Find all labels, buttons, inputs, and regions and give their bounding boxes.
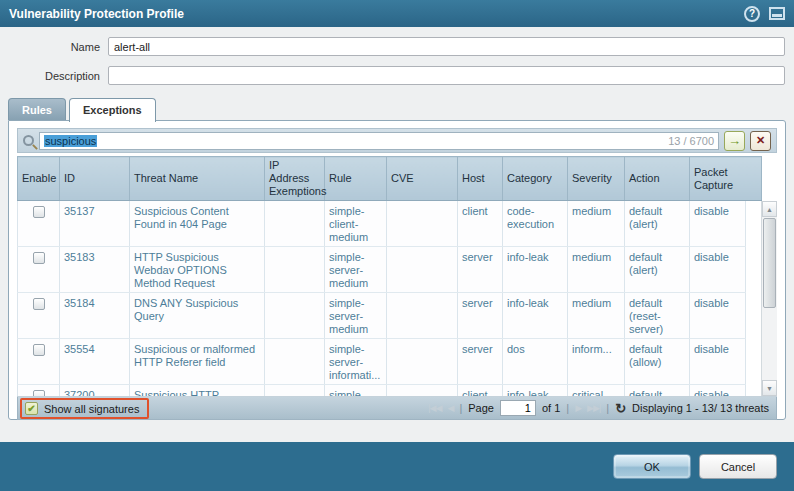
search-clear-button[interactable]: ✕ — [750, 131, 771, 151]
page-input[interactable] — [500, 400, 536, 416]
exceptions-panel: suspicious 13 / 6700 → ✕ Enable ID Threa… — [8, 120, 786, 420]
cell-cve — [387, 247, 458, 293]
show-all-signatures-highlight: ✔ Show all signatures — [20, 398, 149, 419]
cell-rule: simple-server-informati... — [325, 339, 387, 385]
name-label: Name — [0, 41, 108, 53]
table-row: 35184 DNS ANY Suspicious Query simple-se… — [18, 293, 746, 339]
cell-rule: simple-server-medium — [325, 293, 387, 339]
cell-severity: medium — [568, 247, 625, 293]
col-host[interactable]: Host — [458, 157, 503, 201]
cell-id: 35137 — [60, 201, 130, 247]
col-rule[interactable]: Rule — [325, 157, 387, 201]
cell-threat-name[interactable]: Suspicious Content Found in 404 Page — [130, 201, 265, 247]
search-toolbar: suspicious 13 / 6700 → ✕ — [17, 128, 777, 153]
col-action[interactable]: Action — [625, 157, 690, 201]
cell-cve — [387, 201, 458, 247]
window-restore-icon[interactable] — [769, 7, 785, 20]
cell-id: 35183 — [60, 247, 130, 293]
table-row: 35183 HTTP Suspicious Webdav OPTIONS Met… — [18, 247, 746, 293]
cell-action[interactable]: default (allow) — [625, 339, 690, 385]
prev-page-icon[interactable]: ◀ — [447, 403, 453, 413]
cell-packet-capture[interactable]: disable — [690, 385, 746, 398]
search-input[interactable]: suspicious 13 / 6700 — [39, 132, 719, 150]
cell-ip-exemptions — [265, 293, 325, 339]
col-cve[interactable]: CVE — [387, 157, 458, 201]
description-field[interactable] — [108, 66, 785, 85]
cell-severity: medium — [568, 293, 625, 339]
cell-threat-name[interactable]: Suspicious HTTP Evasion — [130, 385, 265, 398]
cell-ip-exemptions — [265, 201, 325, 247]
cell-ip-exemptions — [265, 247, 325, 293]
show-all-signatures-checkbox[interactable]: ✔ — [25, 402, 38, 415]
tab-rules[interactable]: Rules — [8, 98, 66, 120]
ok-button[interactable]: OK — [613, 454, 691, 479]
scroll-up-icon[interactable]: ▲ — [762, 201, 777, 217]
cell-category: info-leak — [503, 293, 568, 339]
col-enable[interactable]: Enable — [18, 157, 60, 201]
cell-ip-exemptions — [265, 339, 325, 385]
table-header: Enable ID Threat Name IP Address Exempti… — [17, 156, 762, 201]
cell-host: client — [458, 201, 503, 247]
cell-threat-name[interactable]: Suspicious or malformed HTTP Referer fie… — [130, 339, 265, 385]
cell-action[interactable]: default (alert) — [625, 247, 690, 293]
show-all-signatures-label: Show all signatures — [44, 403, 139, 415]
cell-category: dos — [503, 339, 568, 385]
description-label: Description — [0, 70, 108, 82]
col-packet-capture[interactable]: Packet Capture — [690, 157, 762, 201]
refresh-icon[interactable]: ↻ — [615, 402, 626, 415]
cell-action[interactable]: default (alert) — [625, 201, 690, 247]
cell-host: client — [458, 385, 503, 398]
cell-threat-name[interactable]: DNS ANY Suspicious Query — [130, 293, 265, 339]
cell-ip-exemptions — [265, 385, 325, 398]
cell-packet-capture[interactable]: disable — [690, 293, 746, 339]
cell-host: server — [458, 293, 503, 339]
next-page-icon[interactable]: ▶ — [575, 403, 581, 413]
search-icon — [23, 135, 34, 146]
cell-cve — [387, 293, 458, 339]
cell-severity: inform... — [568, 339, 625, 385]
enable-checkbox[interactable] — [33, 390, 45, 397]
search-go-button[interactable]: → — [724, 131, 745, 151]
cell-category: info-leak — [503, 247, 568, 293]
table-row: 37200 Suspicious HTTP Evasion simple-cli… — [18, 385, 746, 398]
cell-action[interactable]: default (reset-server) — [625, 293, 690, 339]
cell-packet-capture[interactable]: disable — [690, 201, 746, 247]
cell-severity: critical — [568, 385, 625, 398]
scroll-down-icon[interactable]: ▼ — [762, 380, 777, 396]
table-row: 35137 Suspicious Content Found in 404 Pa… — [18, 201, 746, 247]
cell-host: server — [458, 339, 503, 385]
col-id[interactable]: ID — [60, 157, 130, 201]
col-threat-name[interactable]: Threat Name — [130, 157, 265, 201]
description-row: Description — [0, 66, 785, 85]
cell-cve — [387, 339, 458, 385]
cell-action[interactable]: default (alert) — [625, 385, 690, 398]
cell-cve — [387, 385, 458, 398]
cell-rule: simple-client-medium — [325, 385, 387, 398]
enable-checkbox[interactable] — [33, 206, 45, 218]
cell-host: server — [458, 247, 503, 293]
cell-packet-capture[interactable]: disable — [690, 339, 746, 385]
vertical-scrollbar[interactable]: ▲ ▼ — [761, 201, 777, 396]
col-ip-exemptions[interactable]: IP Address Exemptions — [265, 157, 325, 201]
col-category[interactable]: Category — [503, 157, 568, 201]
enable-checkbox[interactable] — [33, 298, 45, 310]
cancel-button[interactable]: Cancel — [699, 454, 777, 479]
table-body: 35137 Suspicious Content Found in 404 Pa… — [17, 201, 777, 397]
name-field[interactable] — [108, 37, 785, 56]
cell-category: code-execution — [503, 201, 568, 247]
cell-rule: simple-server-medium — [325, 247, 387, 293]
dialog-footer: OK Cancel — [0, 442, 794, 491]
col-severity[interactable]: Severity — [568, 157, 625, 201]
enable-checkbox[interactable] — [33, 344, 45, 356]
cell-rule: simple-client-medium — [325, 201, 387, 247]
help-icon[interactable]: ? — [744, 6, 760, 22]
tab-exceptions[interactable]: Exceptions — [69, 98, 156, 122]
cell-packet-capture[interactable]: disable — [690, 247, 746, 293]
enable-checkbox[interactable] — [33, 252, 45, 264]
search-text-selected: suspicious — [44, 135, 97, 147]
scrollbar-thumb[interactable] — [763, 218, 776, 308]
first-page-icon[interactable]: |◀◀ — [428, 403, 441, 413]
last-page-icon[interactable]: ▶▶| — [587, 403, 600, 413]
cell-threat-name[interactable]: HTTP Suspicious Webdav OPTIONS Method Re… — [130, 247, 265, 293]
table-row: 35554 Suspicious or malformed HTTP Refer… — [18, 339, 746, 385]
